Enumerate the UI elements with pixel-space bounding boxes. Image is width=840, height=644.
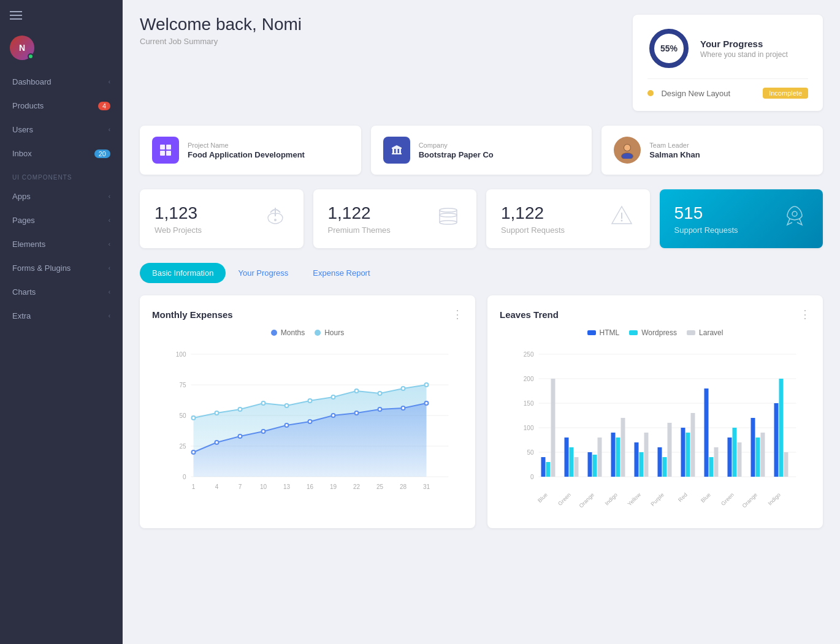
sidebar-item-label: Pages — [12, 216, 35, 225]
status-dot — [28, 53, 34, 59]
svg-text:Orange: Orange — [741, 491, 758, 509]
tab-your-progress[interactable]: Your Progress — [226, 263, 300, 283]
svg-point-55 — [378, 392, 382, 395]
line-chart-svg: 100 75 50 25 0 1 4 7 10 13 16 19 22 25 2… — [152, 342, 463, 513]
stat-info: 515 Support Requests — [674, 203, 738, 235]
chart-title-leaves: Leaves Trend — [500, 309, 559, 320]
hamburger-icon[interactable] — [10, 11, 22, 20]
page-subtitle: Current Job Summary — [140, 37, 302, 46]
sidebar-item-inbox[interactable]: Inbox 20 — [0, 142, 123, 165]
legend-laravel: Laravel — [687, 328, 723, 337]
svg-rect-103 — [704, 388, 709, 477]
svg-rect-111 — [761, 433, 765, 477]
legend-dot-months — [271, 330, 277, 336]
info-card-label: Company — [419, 142, 494, 149]
svg-point-66 — [355, 411, 359, 415]
legend-hours: Hours — [315, 328, 344, 337]
svg-rect-107 — [733, 428, 737, 477]
svg-text:Green: Green — [557, 491, 572, 507]
sidebar-item-dashboard[interactable]: Dashboard ‹ — [0, 70, 123, 94]
welcome-block: Welcome back, Nomi Current Job Summary — [140, 15, 302, 46]
task-dot — [647, 90, 654, 96]
svg-rect-8 — [399, 149, 401, 153]
info-cards-row: Project Name Food Application Developmen… — [140, 126, 823, 175]
svg-point-14 — [274, 219, 277, 221]
info-card-label: Team Leader — [649, 142, 700, 149]
chevron-icon: ‹ — [109, 126, 110, 133]
sidebar-item-label: Extra — [12, 311, 31, 320]
sidebar-item-label: Forms & Plugins — [12, 263, 71, 273]
progress-title: Your Progress — [700, 39, 788, 49]
project-icon — [152, 137, 179, 164]
chevron-icon: ‹ — [109, 193, 110, 200]
svg-rect-101 — [686, 433, 690, 477]
sidebar-item-elements[interactable]: Elements ‹ — [0, 232, 123, 256]
svg-text:10: 10 — [260, 483, 267, 490]
svg-rect-105 — [714, 447, 719, 477]
tab-basic-information[interactable]: Basic Information — [140, 263, 226, 283]
svg-point-23 — [620, 220, 622, 222]
sidebar-item-extra[interactable]: Extra ‹ — [0, 304, 123, 328]
svg-text:28: 28 — [400, 483, 407, 490]
svg-point-50 — [262, 401, 265, 405]
svg-text:100: 100 — [176, 351, 186, 358]
svg-rect-92 — [616, 438, 620, 477]
svg-text:Orange: Orange — [578, 491, 595, 509]
svg-rect-85 — [565, 438, 569, 477]
sidebar-item-pages[interactable]: Pages ‹ — [0, 208, 123, 232]
sidebar-item-charts[interactable]: Charts ‹ — [0, 280, 123, 304]
svg-rect-104 — [709, 457, 714, 477]
sidebar-item-label: Products — [12, 101, 44, 110]
svg-point-47 — [192, 416, 196, 420]
svg-rect-84 — [551, 379, 556, 477]
svg-rect-98 — [663, 457, 667, 477]
svg-rect-88 — [588, 452, 592, 477]
stat-label: Premium Themes — [328, 225, 391, 235]
svg-point-12 — [624, 145, 630, 151]
chevron-icon: ‹ — [109, 289, 110, 295]
svg-rect-91 — [611, 433, 616, 477]
legend-label-months: Months — [281, 328, 305, 337]
sidebar-item-label: Inbox — [12, 149, 32, 158]
svg-point-56 — [402, 387, 405, 390]
chart-menu-expenses[interactable]: ⋮ — [452, 308, 463, 321]
svg-text:19: 19 — [330, 483, 337, 490]
donut-chart: 55% — [647, 27, 690, 70]
svg-text:16: 16 — [307, 483, 314, 490]
chart-menu-leaves[interactable]: ⋮ — [800, 308, 811, 321]
stat-number: 1,122 — [328, 203, 391, 223]
tab-expense-report[interactable]: Expense Report — [300, 263, 382, 283]
svg-point-53 — [332, 395, 335, 399]
svg-rect-114 — [784, 452, 788, 477]
svg-point-63 — [285, 423, 289, 427]
svg-rect-100 — [681, 428, 685, 477]
svg-rect-3 — [166, 145, 171, 150]
svg-text:50: 50 — [179, 412, 186, 419]
page-title: Welcome back, Nomi — [140, 15, 302, 34]
premium-themes-icon — [435, 203, 462, 235]
svg-text:Indigo: Indigo — [603, 491, 618, 506]
team-leader-avatar — [614, 137, 641, 164]
progress-inner: 55% Your Progress Where you stand in pro… — [647, 27, 808, 70]
svg-point-67 — [378, 407, 382, 411]
svg-text:25: 25 — [376, 483, 384, 490]
company-icon — [383, 137, 410, 164]
sidebar: N Dashboard ‹ Products 4 Users ‹ Inbox 2… — [0, 0, 123, 644]
sidebar-item-apps[interactable]: Apps ‹ — [0, 184, 123, 208]
svg-rect-5 — [166, 151, 171, 156]
svg-text:Blue: Blue — [700, 491, 712, 504]
sidebar-item-label: Elements — [12, 240, 45, 249]
svg-rect-93 — [621, 418, 625, 477]
svg-point-62 — [262, 430, 265, 433]
svg-point-18 — [440, 213, 457, 217]
sidebar-item-forms-plugins[interactable]: Forms & Plugins ‹ — [0, 256, 123, 280]
sidebar-item-users[interactable]: Users ‹ — [0, 118, 123, 142]
stat-number: 515 — [674, 203, 738, 223]
charts-section: Monthly Expenses ⋮ Months Hours — [140, 295, 823, 528]
svg-text:Yellow: Yellow — [627, 491, 643, 507]
info-card-value: Salman Khan — [649, 150, 700, 159]
sidebar-item-products[interactable]: Products 4 — [0, 94, 123, 118]
progress-subtitle: Where you stand in project — [700, 50, 788, 59]
stat-support-highlight: 515 Support Requests — [660, 189, 823, 248]
stat-web-projects: 1,123 Web Projects — [140, 189, 304, 248]
